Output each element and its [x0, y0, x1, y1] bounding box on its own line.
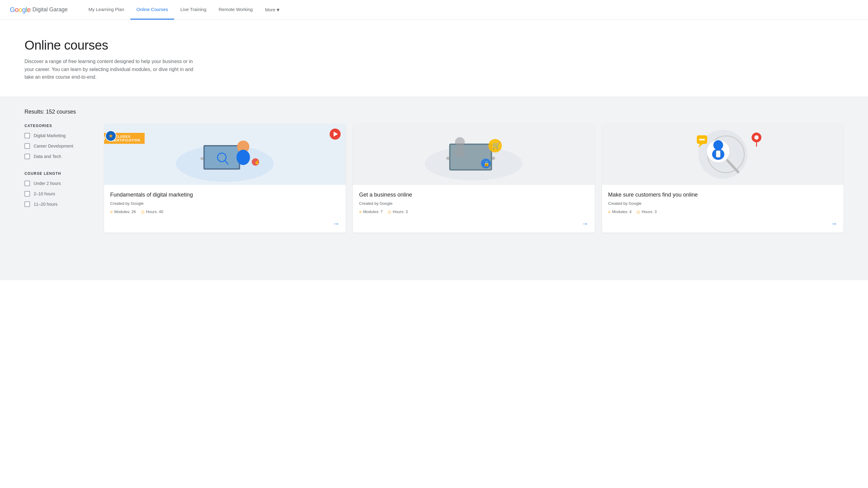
- logo-link[interactable]: Google Digital Garage: [10, 6, 68, 14]
- hours-count-1: 40: [159, 209, 163, 214]
- hours-count-2: 3: [406, 209, 408, 214]
- google-logo-text: Google: [10, 6, 31, 14]
- course-image-customers: [602, 124, 843, 185]
- nav-more-label: More: [265, 7, 275, 12]
- modules-meta-2: ≡ Modules: 7: [359, 209, 382, 214]
- hours-label-2: Hours: 3: [393, 209, 408, 214]
- modules-label-2: Modules: 7: [363, 209, 383, 214]
- checkbox-2-10[interactable]: [25, 191, 30, 196]
- chevron-down-icon: ▾: [277, 6, 279, 13]
- course-length-section: COURSE LENGTH Under 2 hours 2–10 hours 1…: [25, 172, 92, 207]
- card-body-business: Get a business online Created by Google …: [353, 185, 594, 219]
- svg-text:🔒: 🔒: [484, 161, 490, 166]
- checkbox-career-development[interactable]: [25, 143, 30, 149]
- svg-point-16: [455, 137, 465, 147]
- nav-link-remote-working[interactable]: Remote Working: [212, 0, 259, 20]
- course-card-business-online[interactable]: 🛒 🔒 Get a business online Created by Goo…: [353, 124, 594, 233]
- hours-label-3: Hours: 3: [642, 209, 656, 214]
- nav-item-online-courses[interactable]: Online Courses: [130, 0, 174, 20]
- sidebar: CATEGORIES Digital Marketing Career Deve…: [25, 124, 92, 233]
- card-arrow-2[interactable]: →: [582, 220, 589, 228]
- course-illustration-3: [602, 124, 843, 185]
- course-creator-business: Created by Google: [359, 201, 588, 206]
- play-button: [330, 129, 341, 140]
- checkbox-digital-marketing[interactable]: [25, 133, 30, 139]
- course-length-title: COURSE LENGTH: [25, 172, 92, 176]
- digital-garage-logo-text: Digital Garage: [32, 6, 68, 13]
- nav-item-remote-working[interactable]: Remote Working: [212, 0, 259, 20]
- modules-icon-1: ≡: [110, 209, 113, 214]
- course-svg-3: [602, 124, 843, 185]
- modules-meta-3: ≡ Modules: 4: [608, 209, 632, 214]
- nav-item-my-learning-plan[interactable]: My Learning Plan: [82, 0, 130, 20]
- course-meta-customers: ≡ Modules: 4 ◷ Hours: 3: [608, 209, 837, 214]
- course-meta-fundamentals: ≡ Modules: 26 ◷ Hours: 40: [110, 209, 339, 214]
- card-footer-3: →: [602, 219, 843, 233]
- course-card-fundamentals[interactable]: ☝ ★ INCLUDES CERTIFICATION: [104, 124, 345, 233]
- hero-description: Discover a range of free learning conten…: [25, 58, 202, 81]
- card-body-customers: Make sure customers find you online Crea…: [602, 185, 843, 219]
- svg-point-7: [237, 150, 250, 165]
- categories-section: CATEGORIES Digital Marketing Career Deve…: [25, 124, 92, 159]
- modules-label-1: Modules: 26: [114, 209, 136, 214]
- svg-point-32: [699, 139, 701, 141]
- svg-text:☝: ☝: [254, 159, 260, 165]
- hours-meta-1: ◷ Hours: 40: [141, 209, 163, 214]
- filter-label-2-10: 2–10 hours: [34, 191, 55, 196]
- checkbox-data-and-tech[interactable]: [25, 154, 30, 159]
- filter-data-and-tech[interactable]: Data and Tech: [25, 154, 92, 159]
- nav-link-my-learning-plan[interactable]: My Learning Plan: [82, 0, 130, 20]
- course-illustration-2: 🛒 🔒: [353, 124, 594, 185]
- svg-point-33: [701, 139, 703, 141]
- checkbox-11-20[interactable]: [25, 202, 30, 207]
- filter-career-development[interactable]: Career Development: [25, 143, 92, 149]
- certification-star-badge: ★: [105, 130, 116, 142]
- modules-label-3: Modules: 4: [612, 209, 632, 214]
- card-arrow-3[interactable]: →: [831, 220, 837, 228]
- nav-item-live-training[interactable]: Live Training: [174, 0, 212, 20]
- nav-more-dropdown[interactable]: More ▾: [259, 0, 285, 20]
- card-footer-2: →: [353, 219, 594, 233]
- course-image-business: 🛒 🔒: [353, 124, 594, 185]
- filter-label-11-20: 11–20 hours: [34, 202, 58, 207]
- course-creator-customers: Created by Google: [608, 201, 837, 206]
- content-layout: CATEGORIES Digital Marketing Career Deve…: [25, 124, 843, 233]
- filter-digital-marketing[interactable]: Digital Marketing: [25, 133, 92, 139]
- svg-point-24: [713, 140, 723, 150]
- card-arrow-1[interactable]: →: [333, 220, 339, 228]
- modules-icon-3: ≡: [608, 209, 611, 214]
- categories-title: CATEGORIES: [25, 124, 92, 128]
- play-icon: [334, 132, 338, 136]
- course-svg-2: 🛒 🔒: [353, 124, 594, 185]
- modules-icon-2: ≡: [359, 209, 362, 214]
- course-creator-fundamentals: Created by Google: [110, 201, 339, 206]
- filter-11-20-hours[interactable]: 11–20 hours: [25, 202, 92, 207]
- svg-point-17: [455, 146, 466, 158]
- course-card-customers-find[interactable]: Make sure customers find you online Crea…: [602, 124, 843, 233]
- nav-link-online-courses[interactable]: Online Courses: [130, 0, 174, 20]
- svg-rect-26: [716, 151, 720, 157]
- hours-count-3: 3: [654, 209, 656, 214]
- modules-count-1: 26: [132, 209, 136, 214]
- filter-label-under-2: Under 2 hours: [34, 181, 61, 186]
- nav-link-live-training[interactable]: Live Training: [174, 0, 212, 20]
- modules-count-3: 4: [629, 209, 631, 214]
- course-image-fundamentals: ☝ ★ INCLUDES CERTIFICATION: [104, 124, 345, 185]
- course-meta-business: ≡ Modules: 7 ◷ Hours: 3: [359, 209, 588, 214]
- hours-label-1: Hours: 40: [146, 209, 163, 214]
- filter-label-digital-marketing: Digital Marketing: [34, 133, 65, 138]
- card-body-fundamentals: Fundamentals of digital marketing Create…: [104, 185, 345, 219]
- svg-point-28: [754, 135, 758, 140]
- course-title-business: Get a business online: [359, 191, 588, 199]
- star-icon: ★: [108, 133, 113, 139]
- courses-grid: ☝ ★ INCLUDES CERTIFICATION: [104, 124, 843, 233]
- course-title-customers: Make sure customers find you online: [608, 191, 837, 199]
- filter-under-2-hours[interactable]: Under 2 hours: [25, 181, 92, 186]
- svg-point-34: [703, 139, 705, 141]
- filter-label-career-development: Career Development: [34, 144, 73, 149]
- clock-icon-3: ◷: [636, 209, 640, 214]
- filter-2-10-hours[interactable]: 2–10 hours: [25, 191, 92, 196]
- course-title-fundamentals: Fundamentals of digital marketing: [110, 191, 339, 199]
- clock-icon-1: ◷: [141, 209, 145, 214]
- checkbox-under-2[interactable]: [25, 181, 30, 186]
